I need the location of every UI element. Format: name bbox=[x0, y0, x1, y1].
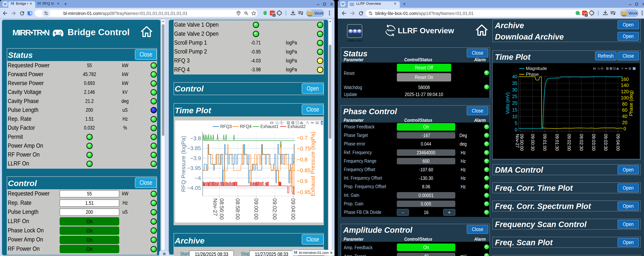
svg-text:09:01:00: 09:01:00 bbox=[542, 134, 547, 151]
svg-text:−: − bbox=[610, 67, 612, 70]
svg-text:−3.8: −3.8 bbox=[190, 135, 201, 142]
svg-text:RFQ4: RFQ4 bbox=[240, 124, 252, 129]
svg-text:Exhaust2: Exhaust2 bbox=[288, 124, 306, 129]
svg-text:Volts (mV): Volts (mV) bbox=[505, 92, 510, 114]
svg-text:08:56:00: 08:56:00 bbox=[219, 198, 225, 220]
svg-text:0: 0 bbox=[515, 127, 518, 132]
svg-text:+: + bbox=[607, 67, 608, 70]
svg-text:40: 40 bbox=[512, 74, 518, 79]
svg-text:09:02:00: 09:02:00 bbox=[272, 198, 278, 220]
svg-text:09:00:30: 09:00:30 bbox=[530, 134, 535, 151]
svg-text:0: 0 bbox=[624, 126, 626, 131]
svg-text:−0.95: −0.95 bbox=[297, 189, 310, 195]
svg-text:−: − bbox=[292, 121, 294, 124]
svg-text:20: 20 bbox=[512, 100, 518, 106]
svg-text:Exhaust1: Exhaust1 bbox=[260, 124, 278, 129]
svg-text:09:04:00: 09:04:00 bbox=[290, 198, 296, 220]
svg-text:09:00:00: 09:00:00 bbox=[253, 198, 259, 220]
svg-text:09:03:30: 09:03:30 bbox=[603, 134, 608, 151]
svg-text:09:01:30: 09:01:30 bbox=[554, 134, 560, 151]
svg-text:−0.7: −0.7 bbox=[297, 135, 308, 141]
svg-text:160: 160 bbox=[621, 77, 629, 82]
svg-text:40: 40 bbox=[622, 114, 628, 119]
svg-text:−0.85: −0.85 bbox=[297, 167, 310, 173]
svg-text:30: 30 bbox=[512, 87, 518, 92]
svg-text:−0.75: −0.75 bbox=[297, 146, 310, 152]
svg-text:Nov-27: Nov-27 bbox=[515, 134, 520, 148]
svg-text:−4: −4 bbox=[195, 175, 201, 181]
svg-text:RFQ Pressure (logPa): RFQ Pressure (logPa) bbox=[180, 136, 186, 192]
svg-text:09:00:00: 09:00:00 bbox=[519, 134, 524, 151]
svg-text:80: 80 bbox=[622, 101, 628, 107]
svg-text:Exhaust Pressure (logPa): Exhaust Pressure (logPa) bbox=[310, 132, 316, 196]
svg-text:35: 35 bbox=[512, 81, 518, 86]
svg-text:−4.05: −4.05 bbox=[187, 185, 201, 191]
svg-text:+: + bbox=[288, 121, 289, 124]
svg-text:09:03:00: 09:03:00 bbox=[591, 134, 596, 151]
svg-text:Nov-27: Nov-27 bbox=[212, 198, 218, 216]
svg-text:Phase (deg): Phase (deg) bbox=[628, 90, 634, 116]
svg-text:100: 100 bbox=[621, 95, 629, 100]
svg-text:120: 120 bbox=[621, 89, 629, 94]
svg-text:RFQ3: RFQ3 bbox=[220, 124, 232, 129]
svg-text:−3.95: −3.95 bbox=[187, 165, 201, 171]
svg-text:20: 20 bbox=[622, 120, 628, 125]
svg-text:25: 25 bbox=[512, 94, 518, 99]
svg-text:5: 5 bbox=[515, 120, 518, 126]
svg-text:−0.8: −0.8 bbox=[297, 157, 308, 163]
svg-text:Phase: Phase bbox=[526, 72, 539, 77]
svg-text:09:04:00: 09:04:00 bbox=[616, 134, 620, 151]
svg-text:10: 10 bbox=[512, 114, 518, 119]
svg-text:09:02:30: 09:02:30 bbox=[579, 134, 584, 151]
svg-text:MIRR•TR•N: MIRR•TR•N bbox=[12, 28, 50, 37]
svg-text:60: 60 bbox=[622, 107, 628, 113]
svg-text:15: 15 bbox=[512, 107, 518, 112]
svg-text:Magnitude: Magnitude bbox=[526, 66, 547, 71]
svg-text:−3.9: −3.9 bbox=[190, 155, 201, 161]
svg-text:09:02:00: 09:02:00 bbox=[567, 134, 572, 151]
svg-text:08:58:00: 08:58:00 bbox=[235, 198, 241, 220]
svg-text:−3.85: −3.85 bbox=[187, 145, 201, 151]
svg-text:−0.9: −0.9 bbox=[297, 178, 308, 184]
svg-text:140: 140 bbox=[621, 83, 629, 88]
